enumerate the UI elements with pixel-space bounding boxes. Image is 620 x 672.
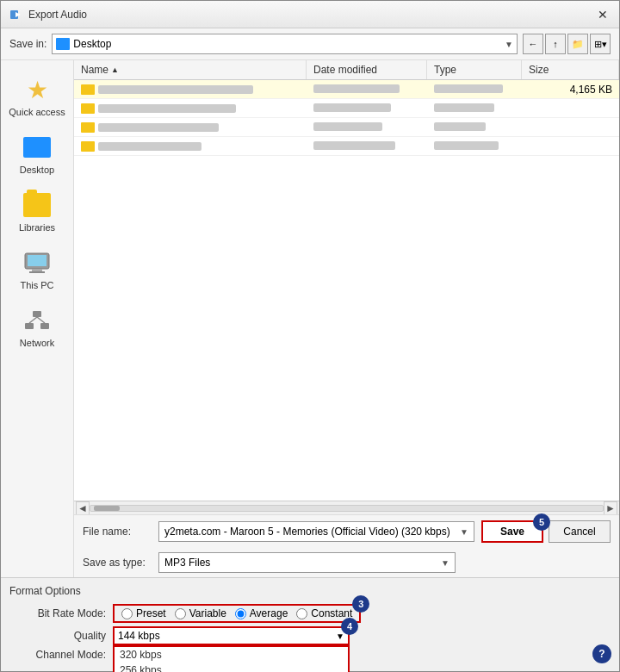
dropdown-item-256[interactable]: 256 kbps xyxy=(115,663,348,672)
bit-rate-row: Bit Rate Mode: 3 Preset Variable Average xyxy=(9,604,611,623)
main-area: ★ Quick access Desktop Libraries xyxy=(1,60,619,577)
file-list[interactable]: 4,165 KB xyxy=(74,80,619,501)
sidebar-item-libraries[interactable]: Libraries xyxy=(3,184,71,238)
toolbar: Save in: Desktop ▼ ← ↑ 📁 ⊞▾ xyxy=(1,28,619,60)
folder-icon xyxy=(81,84,95,95)
quality-section: Quality 144 kbps ▼ 4 320 kbps 256 kbps 2… xyxy=(9,626,611,645)
view-button[interactable]: ⊞▾ xyxy=(590,34,611,54)
back-button[interactable]: ← xyxy=(523,34,543,54)
filename-value: y2meta.com - Maroon 5 - Memories (Offici… xyxy=(164,526,460,538)
sidebar-desktop-label: Desktop xyxy=(20,165,54,175)
svg-rect-7 xyxy=(25,323,34,329)
scroll-right-button[interactable]: ► xyxy=(604,501,617,515)
file-type-cell xyxy=(434,103,529,115)
constant-radio-input[interactable] xyxy=(296,608,307,619)
average-radio-input[interactable] xyxy=(235,608,246,619)
quality-label: Quality xyxy=(9,630,113,642)
save-button[interactable]: Save 5 xyxy=(481,520,543,543)
folder-icon xyxy=(81,141,95,152)
scrollbar-track[interactable] xyxy=(90,505,604,512)
sidebar-item-desktop[interactable]: Desktop xyxy=(3,127,71,180)
preset-label: Preset xyxy=(136,607,166,619)
col-header-name[interactable]: Name ▲ xyxy=(74,60,307,79)
svg-line-9 xyxy=(29,317,37,323)
filename-combo[interactable]: y2meta.com - Maroon 5 - Memories (Offici… xyxy=(158,521,474,542)
bit-rate-badge: 3 xyxy=(352,595,369,613)
svg-rect-6 xyxy=(33,311,41,317)
file-name-cell xyxy=(81,84,313,95)
scrollbar-thumb[interactable] xyxy=(94,506,120,511)
file-type-cell xyxy=(434,84,529,96)
forward-button[interactable]: ↑ xyxy=(545,34,566,54)
bit-rate-controls: 3 Preset Variable Average Constant xyxy=(113,604,361,623)
dropdown-item-320[interactable]: 320 kbps xyxy=(115,647,348,663)
format-options-section: Format Options Bit Rate Mode: 3 Preset V… xyxy=(1,577,619,671)
table-row[interactable] xyxy=(74,99,619,118)
col-header-type[interactable]: Type xyxy=(427,60,522,79)
file-size-cell: 4,165 KB xyxy=(529,84,612,96)
variable-radio-input[interactable] xyxy=(175,608,186,619)
quality-combo[interactable]: 144 kbps ▼ 4 xyxy=(113,626,350,645)
scroll-left-button[interactable]: ◄ xyxy=(76,501,90,515)
cancel-button[interactable]: Cancel xyxy=(549,520,611,543)
variable-label: Variable xyxy=(189,607,226,619)
combo-arrow-icon: ▼ xyxy=(505,40,513,49)
file-type-cell xyxy=(434,140,529,152)
quality-value: 144 kbps xyxy=(118,630,336,642)
filetype-value: MP3 Files xyxy=(164,557,441,569)
toolbar-buttons: ← ↑ 📁 ⊞▾ xyxy=(523,34,611,54)
svg-rect-4 xyxy=(32,269,42,271)
sidebar-item-quick-access[interactable]: ★ Quick access xyxy=(3,69,71,122)
variable-radio[interactable]: Variable xyxy=(175,607,226,619)
save-label: Save xyxy=(500,526,524,538)
quick-access-icon: ★ xyxy=(22,74,53,105)
filetype-combo[interactable]: MP3 Files ▼ xyxy=(158,552,456,573)
channel-mode-label: Channel Mode: xyxy=(9,649,113,661)
bit-rate-label: Bit Rate Mode: xyxy=(9,607,113,619)
file-date-cell xyxy=(313,84,434,96)
save-in-label: Save in: xyxy=(9,38,46,50)
file-type-cell xyxy=(434,121,529,134)
preset-radio-input[interactable] xyxy=(121,608,133,619)
desktop-icon xyxy=(22,132,53,163)
folder-icon xyxy=(56,38,70,50)
sidebar-quick-access-label: Quick access xyxy=(9,107,65,117)
sidebar-libraries-label: Libraries xyxy=(19,222,55,233)
network-icon xyxy=(22,305,53,336)
save-cancel-area: Save 5 Cancel xyxy=(481,520,611,543)
average-label: Average xyxy=(250,607,288,619)
col-header-date[interactable]: Date modified xyxy=(307,60,427,79)
col-header-size[interactable]: Size xyxy=(522,60,619,79)
file-name-cell xyxy=(81,122,313,133)
libraries-icon xyxy=(22,190,53,221)
svg-rect-5 xyxy=(29,271,45,273)
table-row[interactable] xyxy=(74,118,619,137)
average-radio[interactable]: Average xyxy=(235,607,288,619)
quality-dropdown[interactable]: 320 kbps 256 kbps 224 kbps 192 kbps 160 … xyxy=(113,645,350,672)
new-folder-button[interactable]: 📁 xyxy=(567,34,588,54)
preset-radio[interactable]: Preset xyxy=(121,607,166,619)
sidebar-item-network[interactable]: Network xyxy=(3,300,71,353)
table-row[interactable]: 4,165 KB xyxy=(74,80,619,99)
filetype-row: Save as type: MP3 Files ▼ xyxy=(74,548,619,577)
file-panel: Name ▲ Date modified Type Size xyxy=(74,60,619,577)
folder-icon xyxy=(81,122,95,133)
folder-icon xyxy=(81,103,95,114)
close-button[interactable]: ✕ xyxy=(595,7,611,22)
horizontal-scrollbar[interactable]: ◄ ► xyxy=(74,501,619,514)
save-in-text: Desktop xyxy=(73,38,501,50)
sidebar-item-this-pc[interactable]: This PC xyxy=(3,242,71,296)
file-date-cell xyxy=(313,121,434,134)
table-row[interactable] xyxy=(74,137,619,156)
help-button[interactable]: ? xyxy=(592,644,611,663)
this-pc-icon xyxy=(22,247,53,278)
quality-badge: 4 xyxy=(341,618,358,635)
filetype-label: Save as type: xyxy=(83,557,152,569)
save-in-combo[interactable]: Desktop ▼ xyxy=(52,34,518,54)
constant-radio[interactable]: Constant xyxy=(296,607,352,619)
file-date-cell xyxy=(313,140,434,152)
file-header: Name ▲ Date modified Type Size xyxy=(74,60,619,80)
filename-label: File name: xyxy=(83,526,152,538)
blurred-filename xyxy=(98,85,253,94)
audio-export-icon xyxy=(9,8,23,22)
